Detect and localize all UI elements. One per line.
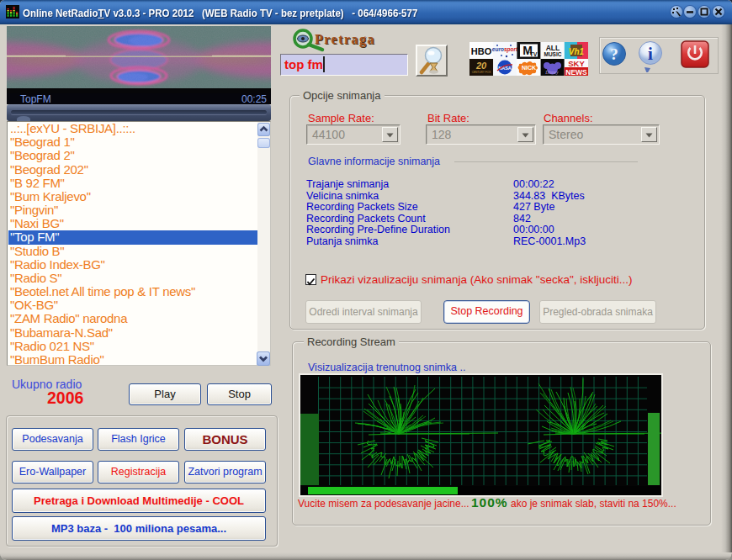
svg-text:20: 20 <box>475 61 487 71</box>
svg-text:Disney: Disney <box>544 70 559 75</box>
svg-text:TV: TV <box>530 51 538 57</box>
svg-text:?: ? <box>610 45 618 63</box>
svg-text:SKY: SKY <box>568 59 585 68</box>
svg-text:NICK: NICK <box>522 65 536 71</box>
svg-text:ALL: ALL <box>546 44 560 52</box>
svg-text:NEWS: NEWS <box>565 68 587 77</box>
svg-text:Vh1: Vh1 <box>569 47 585 56</box>
svg-text:eurosport: eurosport <box>492 46 518 53</box>
svg-text:HBO: HBO <box>471 46 492 56</box>
svg-text:MUSIC: MUSIC <box>544 51 562 57</box>
svg-text:i: i <box>648 44 653 64</box>
svg-text:CENTURY FOX: CENTURY FOX <box>472 71 492 74</box>
